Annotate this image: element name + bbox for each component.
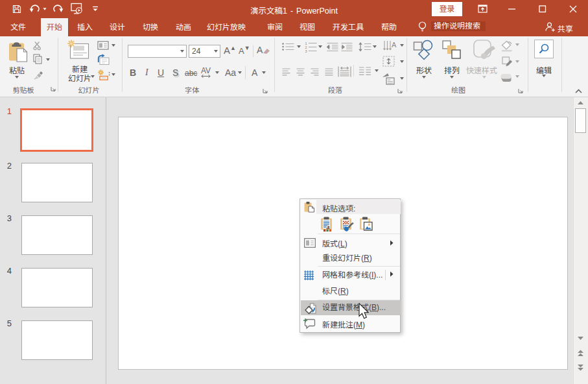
svg-text:a: a	[326, 223, 330, 230]
